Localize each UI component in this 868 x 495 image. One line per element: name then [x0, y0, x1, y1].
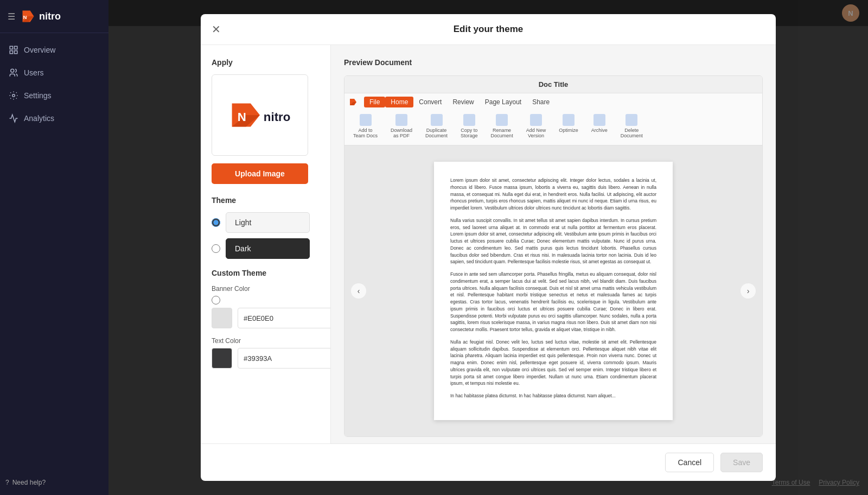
banner-color-input[interactable]: #E0E0E0 — [238, 308, 331, 328]
save-button[interactable]: Save — [720, 453, 763, 472]
svg-rect-3 — [10, 46, 12, 49]
action-optimize[interactable]: Optimize — [554, 112, 583, 141]
action-add-team-docs[interactable]: Add toTeam Docs — [349, 112, 382, 141]
theme-light-chip[interactable]: Light — [226, 212, 310, 233]
sidebar-item-overview-label: Overview — [24, 46, 55, 54]
custom-theme-label: Custom Theme — [212, 269, 320, 277]
sidebar-nav: Overview Users Settings Analytics — [0, 33, 108, 135]
doc-titlebar: Doc Title — [344, 76, 762, 93]
lorem-paragraph-4: Nulla ac feugiat nisl. Donec velit leo, … — [450, 339, 656, 387]
modal-overlay: ✕ Edit your theme Apply N nitro Upload I… — [108, 0, 868, 495]
modal-close-button[interactable]: ✕ — [212, 24, 221, 35]
theme-section-label: Theme — [212, 196, 320, 205]
text-color-label: Text Color — [212, 337, 320, 345]
nitro-logo-preview: N nitro — [227, 99, 292, 131]
upload-image-button[interactable]: Upload Image — [212, 163, 308, 184]
doc-actions-row: Add toTeam Docs Downloadas PDF Duplicate… — [349, 110, 758, 143]
sidebar: ☰ N nitro Overview Users Settings Analyt… — [0, 0, 108, 495]
svg-text:N: N — [238, 110, 246, 124]
modal-header: ✕ Edit your theme — [201, 14, 776, 45]
lorem-paragraph-2: Nulla varius suscipit convallis. In sit … — [450, 217, 656, 265]
action-add-version[interactable]: Add NewVersion — [522, 112, 551, 141]
banner-color-label: Banner Color — [212, 285, 320, 293]
logo-preview: N nitro — [212, 74, 308, 156]
doc-content-area: ‹ Lorem ipsum dolor sit amet, consectetu… — [344, 145, 762, 436]
menu-item-file[interactable]: File — [364, 97, 385, 107]
theme-dark-chip[interactable]: Dark — [226, 238, 310, 259]
modal-footer: Cancel Save — [201, 443, 776, 481]
action-copy-storage[interactable]: Copy toStorage — [456, 112, 482, 141]
doc-next-button[interactable]: › — [741, 283, 756, 299]
cancel-button[interactable]: Cancel — [665, 453, 714, 472]
theme-light-radio[interactable] — [212, 218, 220, 227]
nitro-toolbar-logo — [349, 98, 361, 106]
sidebar-item-users[interactable]: Users — [0, 61, 108, 84]
help-icon: ? — [5, 479, 9, 486]
action-duplicate[interactable]: DuplicateDocument — [421, 112, 452, 141]
theme-dark-option: Dark — [212, 238, 320, 259]
preview-label: Preview Document — [344, 58, 763, 67]
brand-logo: N nitro — [21, 9, 61, 24]
doc-page: Lorem ipsum dolor sit amet, consectetur … — [434, 162, 673, 420]
sidebar-item-analytics[interactable]: Analytics — [0, 107, 108, 130]
banner-color-radio-row — [212, 296, 320, 304]
svg-rect-4 — [15, 46, 17, 49]
menu-item-page-layout[interactable]: Page Layout — [480, 97, 527, 107]
sidebar-item-users-label: Users — [24, 68, 44, 77]
document-preview: Doc Title File Home — [344, 75, 763, 437]
svg-point-7 — [11, 69, 14, 72]
edit-theme-modal: ✕ Edit your theme Apply N nitro Upload I… — [201, 14, 776, 481]
apply-label: Apply — [212, 58, 320, 67]
modal-title: Edit your theme — [454, 24, 523, 35]
menu-item-home[interactable]: Home — [385, 97, 413, 107]
svg-rect-5 — [10, 51, 12, 54]
menu-item-share[interactable]: Share — [527, 97, 555, 107]
action-download-pdf[interactable]: Downloadas PDF — [386, 112, 417, 141]
menu-item-convert[interactable]: Convert — [413, 97, 447, 107]
svg-point-8 — [12, 94, 15, 97]
lorem-paragraph-1: Lorem ipsum dolor sit amet, consectetur … — [450, 177, 656, 212]
doc-title: Doc Title — [539, 80, 569, 88]
brand-name: nitro — [39, 11, 61, 22]
action-rename[interactable]: RenameDocument — [487, 112, 518, 141]
text-color-input[interactable]: #39393A — [238, 348, 331, 369]
need-help-label: Need help? — [12, 479, 46, 486]
menu-item-review[interactable]: Review — [447, 97, 479, 107]
text-color-row: #39393A — [212, 348, 320, 369]
nitro-logo-icon: N — [21, 9, 36, 24]
lorem-paragraph-3: Fusce in ante sed sem ullamcorper porta.… — [450, 271, 656, 333]
theme-dark-radio[interactable] — [212, 244, 220, 253]
banner-color-swatch[interactable] — [212, 308, 232, 328]
doc-toolbar: File Home Convert Review Page Layout Sha… — [344, 93, 762, 145]
modal-body: Apply N nitro Upload Image Theme Light — [201, 45, 776, 443]
sidebar-item-overview[interactable]: Overview — [0, 39, 108, 61]
doc-menu-row: File Home Convert Review Page Layout Sha… — [349, 96, 758, 110]
left-panel: Apply N nitro Upload Image Theme Light — [201, 45, 331, 443]
banner-color-row: #E0E0E0 — [212, 308, 320, 328]
sidebar-item-settings[interactable]: Settings — [0, 84, 108, 107]
theme-light-option: Light — [212, 212, 320, 233]
lorem-paragraph-5: In hac habitasse platea dictumst. In hac… — [450, 392, 656, 399]
sidebar-item-settings-label: Settings — [24, 91, 52, 100]
banner-color-radio[interactable] — [212, 296, 220, 304]
users-icon — [9, 68, 18, 78]
overview-icon — [9, 45, 18, 55]
sidebar-header: ☰ N nitro — [0, 0, 108, 33]
settings-icon — [9, 91, 18, 100]
need-help[interactable]: ? Need help? — [5, 479, 46, 486]
analytics-icon — [9, 113, 18, 123]
text-color-swatch[interactable] — [212, 348, 232, 369]
doc-prev-button[interactable]: ‹ — [351, 283, 366, 299]
action-archive[interactable]: Archive — [587, 112, 612, 141]
svg-text:nitro: nitro — [264, 110, 290, 124]
sidebar-item-analytics-label: Analytics — [24, 114, 54, 123]
svg-rect-6 — [15, 51, 17, 54]
action-delete[interactable]: DeleteDocument — [616, 112, 647, 141]
right-panel: Preview Document Doc Title — [331, 45, 776, 443]
svg-text:N: N — [23, 14, 27, 20]
hamburger-icon[interactable]: ☰ — [8, 11, 15, 22]
